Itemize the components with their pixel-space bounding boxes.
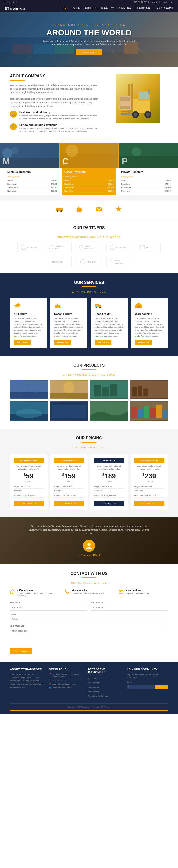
submit-button[interactable]: Send Now [10, 648, 32, 654]
svg-rect-15 [121, 111, 133, 113]
project-img-1[interactable] [10, 380, 48, 400]
hero-description: Lorem ipsum dolor sit amet, Quisque dele… [42, 40, 136, 46]
testimonial-quote: "It is one of those public application s… [27, 525, 151, 536]
footer-website: 🌐 www.yourdomain.com [49, 686, 83, 689]
transfer-letter-1: M [2, 156, 10, 167]
footer-address-text: 10 Villarntos Street, Bellwood, United S… [53, 673, 83, 678]
plan-1-btn[interactable]: Contact Us [14, 501, 44, 506]
svg-text:APCS: APCS [146, 246, 151, 248]
svg-point-18 [133, 113, 137, 117]
nav-account[interactable]: MY ACCOUNT [157, 7, 173, 10]
pricing-card-4: SUPER FREIGHT Lorem ipsum dolor sit amet… [130, 454, 168, 509]
testimonial-name: — Transport Client [10, 554, 168, 557]
about-section: ABOUT COMPANY Transportes sanctus a labo… [0, 67, 178, 143]
hero-cta-button[interactable]: LEARN MORE [76, 49, 102, 55]
plan-3-btn[interactable]: Contact Us [94, 501, 124, 506]
footer-link-road[interactable]: Road Freight [88, 686, 99, 688]
svg-rect-36 [56, 208, 60, 211]
svg-rect-12 [139, 92, 149, 99]
plan-2-btn[interactable]: Contact Us [54, 501, 84, 506]
footer-link-ocean[interactable]: Ocean Freight [88, 682, 101, 684]
project-img-6[interactable] [50, 401, 88, 421]
plan-2-feature-1: Single Ground Truck [54, 484, 84, 489]
service-warehouse-btn[interactable]: FIND MORE [135, 340, 152, 345]
main-nav: ETTRANSPORT HOME PAGES PORTFOLIO BLOG WO… [0, 4, 178, 12]
testimonial-section: "It is one of those public application s… [0, 517, 178, 564]
plan-1-desc: Lorem ipsum dolor sit amet, consectetur … [14, 465, 44, 470]
service-ocean-btn[interactable]: FIND MORE [54, 340, 71, 345]
nav-portfolio[interactable]: PORTFOLIO [83, 7, 98, 10]
subscribe-email-input[interactable] [127, 685, 155, 689]
form-name-group: Your Name * [10, 601, 87, 611]
service-air-btn[interactable]: FIND MORE [14, 340, 31, 345]
contact-office: Office Address 12 Lorem ipsum dolor sit … [10, 589, 59, 596]
service-air-text: Lorem ipsum dolor sit amet Quisque delec… [14, 317, 43, 338]
transfer-title-3: Private Transfers [121, 170, 171, 173]
plan-4-feature-1: Single Ground Truck [134, 484, 164, 489]
email-form-label: Your Email * [91, 601, 168, 604]
social-tw[interactable]: t [7, 1, 8, 3]
subscribe-button[interactable]: Subscribe [155, 685, 168, 689]
road-freight-icon [95, 302, 124, 310]
plan-2-label: INSURANCE [54, 458, 84, 463]
warehousing-icon [135, 302, 164, 310]
project-img-8[interactable] [130, 401, 168, 421]
svg-rect-72 [10, 392, 48, 399]
svg-rect-94 [137, 409, 143, 418]
footer-phone-text: +977-1111-111 [53, 679, 67, 681]
svg-point-20 [146, 113, 150, 117]
transfer-row: Amsterdam$95.00 [121, 186, 171, 189]
nav-blog[interactable]: BLOG [101, 7, 108, 10]
message-textarea[interactable] [10, 628, 168, 645]
svg-rect-103 [12, 593, 13, 594]
project-img-3[interactable] [90, 380, 128, 400]
nav-home[interactable]: HOME [61, 7, 68, 10]
svg-point-67 [99, 307, 101, 308]
projects-grid [10, 380, 168, 421]
project-img-4[interactable] [130, 380, 168, 400]
svg-point-38 [57, 210, 58, 212]
footer-grid: About ET Transport Lorem ipsum dolor sit… [10, 668, 168, 699]
nav-pages[interactable]: PAGES [72, 7, 80, 10]
svg-text:HEXAGON: HEXAGON [86, 261, 96, 263]
form-message-group: Your Message * [10, 625, 168, 646]
social-links[interactable]: f t g+ in yt [5, 1, 18, 3]
footer-link-migration[interactable]: Migration And Services [88, 695, 108, 697]
project-img-5[interactable] [10, 401, 48, 421]
svg-rect-97 [156, 405, 162, 418]
service-ocean-title: Ocean Freight [54, 312, 83, 315]
project-img-2[interactable] [50, 380, 88, 400]
social-yt[interactable]: yt [16, 1, 18, 3]
social-gp[interactable]: g+ [9, 1, 11, 3]
contact-section: CONTACT WITH US GET IN TOUCH WITH US Off… [0, 564, 178, 661]
partner-hexagon-1: HEXAGON [17, 242, 42, 252]
footer-link-air[interactable]: Air Freight [88, 677, 97, 679]
social-fb[interactable]: f [5, 1, 6, 3]
plan-4-btn[interactable]: Contact Us [134, 501, 164, 506]
svg-point-76 [63, 382, 74, 393]
nav-shortcodes[interactable]: SHORTCODES [136, 7, 153, 10]
project-img-7[interactable] [90, 401, 128, 421]
footer-link-warehouse[interactable]: Warehousing [88, 690, 100, 693]
service-road-btn[interactable]: FIND MORE [95, 340, 112, 345]
svg-text:TIDE: TIDE [54, 248, 58, 249]
contact-info: Office Address 12 Lorem ipsum dolor sit … [10, 589, 168, 596]
svg-text:FAMOUS: FAMOUS [114, 260, 120, 261]
icon-truck [56, 206, 63, 214]
svg-rect-24 [120, 106, 130, 109]
about-text1: Transportes sanctus a labortis omet dolo… [10, 84, 100, 94]
name-input[interactable] [10, 604, 87, 611]
plan-1-period: / Month [14, 480, 44, 482]
transfer-table-2: Coach Transfers Starting From Rome$45.00… [62, 168, 116, 195]
email-input[interactable] [91, 604, 168, 611]
svg-rect-84 [138, 386, 143, 397]
hero-subtitle: TRANSPORT YOUR COMPANY GOODS [42, 24, 136, 26]
nav-woo[interactable]: WOOCOMMERCE [111, 7, 132, 10]
partner-hexagon-3: HEXAGON [77, 257, 101, 267]
social-li[interactable]: in [13, 1, 15, 3]
service-air: Air Freight Lorem ipsum dolor sit amet Q… [10, 298, 47, 348]
footer-phone: 📞 +977-1111-111 [49, 679, 83, 681]
subject-input[interactable] [10, 616, 168, 622]
site-logo[interactable]: ETTRANSPORT [5, 6, 25, 10]
svg-text:CONNECTING: CONNECTING [54, 245, 65, 247]
